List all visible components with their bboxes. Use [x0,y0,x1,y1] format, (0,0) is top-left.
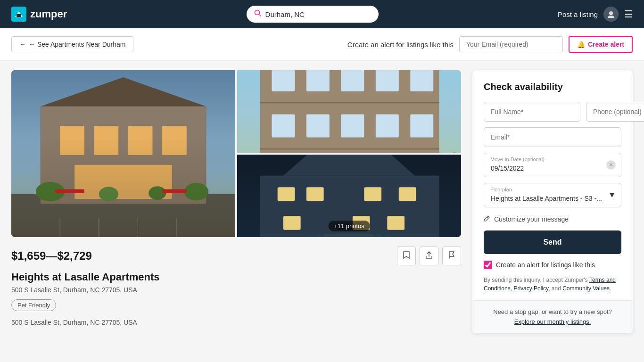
logo-icon [11,7,26,22]
send-button[interactable]: Send [484,230,621,254]
gallery-thumb-1[interactable] [237,70,461,153]
post-listing-button[interactable]: Post a listing [558,10,598,18]
alert-email-input[interactable] [459,36,563,52]
svg-rect-54 [387,216,405,230]
listing-name: Heights at Lasalle Apartments [11,271,461,283]
back-arrow-icon: ← [19,41,26,48]
svg-rect-5 [11,194,235,237]
terms-link-3[interactable]: Community Values [562,285,610,292]
svg-rect-50 [364,187,381,201]
terms-and: , and [548,285,562,292]
create-alert-button[interactable]: 🔔 Create alert [569,36,633,53]
photo-gallery[interactable]: +11 photos [11,70,461,237]
search-bar [247,6,379,23]
svg-point-3 [609,11,613,15]
header-right: Post a listing ☰ [558,7,633,22]
card-title: Check availability [484,82,621,92]
customize-message-btn[interactable]: Customize your message [484,215,621,223]
back-button-label: ← See Apartments Near Durham [29,41,125,48]
pencil-icon [484,215,490,223]
sub-header: ← ← See Apartments Near Durham Create an… [0,28,644,61]
svg-rect-32 [410,70,433,91]
svg-rect-19 [162,189,187,193]
move-in-date-wrapper: Move-In Date (optional) ✕ [484,153,621,177]
alert-checkbox-label: Create an alert for listings like this [496,261,595,269]
flag-icon [448,251,455,261]
bookmark-icon [403,251,410,261]
gallery-thumb-2[interactable]: +11 photos [237,155,461,237]
svg-rect-35 [341,115,364,138]
thumb-photo-1 [237,70,461,153]
right-panel: Check availability Move-In Date (optiona… [472,70,633,336]
svg-rect-30 [341,70,364,91]
back-button[interactable]: ← ← See Apartments Near Durham [11,36,133,52]
svg-rect-18 [55,189,84,193]
svg-rect-48 [278,187,295,201]
bookmark-button[interactable] [397,247,416,265]
svg-rect-31 [376,70,399,91]
terms-link-2[interactable]: Privacy Policy [513,285,548,292]
flag-button[interactable] [442,247,461,265]
main-content: +11 photos $1,659—$2,729 [0,61,644,345]
svg-rect-37 [410,115,433,138]
svg-point-14 [36,182,65,201]
svg-rect-36 [376,115,399,138]
svg-point-15 [184,183,209,200]
svg-rect-29 [306,70,330,91]
terms-prefix: By sending this inquiry, I accept Zumper… [484,277,589,283]
avatar[interactable] [603,7,619,22]
svg-rect-9 [60,126,84,155]
terms-period: . [610,285,611,292]
svg-rect-13 [74,165,172,199]
svg-rect-10 [94,126,119,155]
listing-info: $1,659—$2,729 [11,237,461,336]
search-icon [254,9,262,19]
date-clear-button[interactable]: ✕ [606,160,616,170]
bell-icon: 🔔 [577,41,585,48]
customize-message-label: Customize your message [494,215,569,223]
gallery-main-photo[interactable] [11,70,235,237]
svg-point-16 [99,187,118,201]
phone-input[interactable] [586,102,644,122]
stop-gap-text: Need a stop gap, or want to try a new sp… [480,308,625,315]
left-column: +11 photos $1,659—$2,729 [11,70,461,336]
svg-point-17 [149,186,166,200]
svg-rect-1 [17,14,21,17]
svg-rect-34 [306,115,330,138]
logo[interactable]: zumper [11,7,67,22]
menu-button[interactable]: ☰ [624,8,633,20]
move-in-date-label: Move-In Date (optional) [490,156,545,162]
floorplan-wrapper: Floorplan Heights at Lasalle Apartments … [484,183,621,207]
logo-text: zumper [30,8,67,20]
pet-friendly-badge: Pet Friendly [11,299,56,311]
price-row: $1,659—$2,729 [11,247,461,265]
photo-count-badge[interactable]: +11 photos [328,221,370,231]
alert-checkbox-row: Create an alert for listings like this [484,261,621,269]
share-button[interactable] [420,247,438,265]
availability-card: Check availability Move-In Date (optiona… [472,70,633,333]
share-icon [425,251,433,261]
email-input[interactable] [484,127,621,147]
svg-rect-12 [162,126,187,155]
listing-address: 500 S Lasalle St, Durham, NC 27705, USA [11,286,461,294]
svg-rect-33 [272,115,295,138]
alert-section: Create an alert for listings like this 🔔… [347,36,633,53]
svg-rect-11 [128,126,153,155]
svg-rect-51 [399,187,416,201]
svg-rect-6 [41,107,206,204]
alert-label: Create an alert for listings like this [347,41,454,49]
terms-text: By sending this inquiry, I accept Zumper… [484,276,621,293]
svg-rect-49 [306,187,324,201]
header: zumper Post a listing ☰ [0,0,644,28]
listing-price: $1,659—$2,729 [11,249,92,263]
floorplan-select[interactable]: Heights at Lasalle Apartments - S3 -... [484,183,621,207]
alert-checkbox[interactable] [484,261,492,269]
main-photo-image [11,70,235,237]
svg-rect-28 [272,70,295,91]
search-input[interactable] [265,10,371,18]
create-alert-label: Create alert [588,41,624,48]
listing-address-full: 500 S Lasalle St, Durham, NC 27705, USA [11,319,461,326]
stop-gap-section: Need a stop gap, or want to try a new sp… [472,300,633,333]
full-name-input[interactable] [484,102,580,122]
stop-gap-link[interactable]: Explore our monthly listings. [514,318,591,325]
